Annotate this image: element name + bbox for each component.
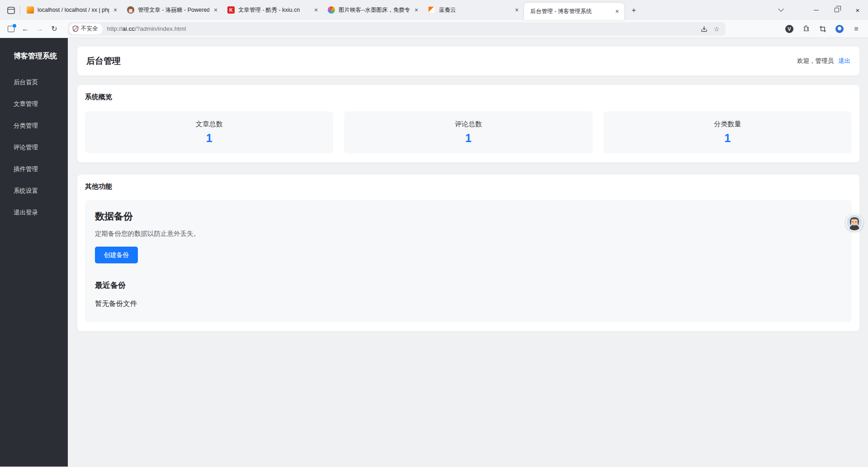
page-title: 后台管理 (86, 55, 121, 67)
reload-button[interactable]: ↻ (47, 22, 61, 36)
sidebar-nav: 后台首页 文章管理 分类管理 评论管理 插件管理 系统设置 退出登录 (0, 71, 68, 224)
bookmark-star-button[interactable]: ☆ (710, 23, 723, 35)
extensions-button[interactable] (799, 22, 813, 36)
window-restore-button[interactable] (826, 0, 847, 20)
sidebar-item-plugins[interactable]: 插件管理 (0, 158, 68, 180)
crop-icon (819, 25, 826, 33)
stat-categories: 分类数量 1 (604, 111, 852, 153)
url-text: http://ai.cc/?admin/index.html (107, 25, 698, 32)
tab-close-icon[interactable]: × (211, 5, 220, 14)
create-backup-button[interactable]: 创建备份 (95, 247, 138, 263)
blue-logo-icon (835, 25, 844, 33)
window-close-button[interactable]: × (847, 0, 868, 20)
sidebar-title: 博客管理系统 (0, 45, 68, 66)
sidebar-item-comments[interactable]: 评论管理 (0, 137, 68, 158)
minimize-icon (814, 10, 819, 10)
backup-description: 定期备份您的数据以防止意外丢失。 (95, 229, 842, 238)
stats-row: 文章总数 1 评论总数 1 分类数量 1 (85, 111, 852, 153)
tab-close-icon[interactable]: × (111, 5, 120, 14)
stat-label: 分类数量 (714, 120, 741, 129)
puzzle-icon (802, 25, 810, 33)
browser-toolbar: ← → ↻ 不安全 http://ai.cc/?admin/index.html… (0, 20, 868, 38)
stat-label: 评论总数 (455, 120, 482, 129)
browser-tab-bar: localhost / localhost / xx | php × 管理文章 … (0, 0, 868, 20)
backup-title: 数据备份 (95, 210, 842, 223)
overview-section-title: 系统概览 (85, 93, 852, 101)
stat-comments: 评论总数 1 (344, 111, 592, 153)
tab-image-host[interactable]: 图片映客--水墨图床，免费专业 × (323, 2, 424, 18)
stat-value: 1 (724, 132, 731, 145)
split-view-icon (8, 26, 14, 32)
tab-title: 后台管理 - 博客管理系统 (530, 8, 611, 15)
tab-separator (20, 6, 20, 15)
browser-extension-logo-button[interactable] (832, 22, 847, 36)
security-label: 不安全 (81, 25, 98, 33)
firefox-view-glyph (7, 7, 15, 14)
screenshot-extension-button[interactable] (816, 22, 830, 36)
tab-phpmyadmin[interactable]: localhost / localhost / xx | php × (22, 2, 123, 18)
tab-admin-active[interactable]: 后台管理 - 博客管理系统 × (524, 3, 624, 20)
list-all-tabs-button[interactable] (774, 3, 788, 17)
stat-label: 文章总数 (196, 120, 223, 129)
stat-value: 1 (465, 132, 472, 145)
tab-manage-articles[interactable]: 管理文章 - 洛丽糖 - Powered b × (123, 2, 223, 18)
url-domain: ai.cc (122, 25, 135, 32)
phpmyadmin-favicon (27, 6, 34, 14)
site-avatar-favicon (127, 6, 134, 14)
girl-avatar-icon (847, 215, 862, 230)
system-overview-card: 系统概览 文章总数 1 评论总数 1 分类数量 1 (77, 85, 859, 162)
welcome-text: 欢迎，管理员 (797, 57, 834, 65)
url-prefix: http:// (107, 25, 123, 32)
data-backup-panel: 数据备份 定期备份您的数据以防止意外丢失。 创建备份 最近备份 暂无备份文件 (85, 200, 852, 322)
page-header: 后台管理 欢迎，管理员 退出 (77, 47, 859, 76)
save-icon (701, 25, 708, 32)
sidebar-item-settings[interactable]: 系统设置 (0, 180, 68, 202)
floating-assistant-avatar[interactable] (846, 214, 863, 231)
window-minimize-button[interactable] (806, 0, 826, 20)
sidebar-item-logout[interactable]: 退出登录 (0, 202, 68, 224)
chevron-down-icon (778, 6, 784, 12)
other-functions-card: 其他功能 数据备份 定期备份您的数据以防止意外丢失。 创建备份 最近备份 暂无备… (77, 175, 859, 331)
kxiu-favicon: K (227, 6, 235, 14)
forward-button[interactable]: → (33, 22, 47, 36)
tab-title: 图片映客--水墨图床，免费专业 (339, 6, 410, 14)
v-extension-button[interactable]: V (782, 22, 797, 36)
other-section-title: 其他功能 (85, 182, 852, 191)
admin-sidebar: 博客管理系统 后台首页 文章管理 分类管理 评论管理 插件管理 系统设置 退出登… (0, 38, 68, 467)
header-user-area: 欢迎，管理员 退出 (797, 57, 850, 65)
app-menu-button[interactable]: ≡ (849, 22, 863, 36)
pinwheel-favicon (328, 6, 335, 14)
main-content: 后台管理 欢迎，管理员 退出 系统概览 文章总数 1 评论总数 1 分类数量 1 (68, 38, 868, 467)
tab-kxiu[interactable]: K 文章管理 - 酷秀 - kxiu.cn × (223, 2, 323, 18)
url-path: /?admin/index.html (135, 25, 186, 32)
v-extension-icon: V (785, 25, 793, 33)
firefox-view-icon[interactable] (5, 4, 17, 17)
sidebar-item-dashboard[interactable]: 后台首页 (0, 71, 68, 93)
back-button[interactable]: ← (18, 22, 33, 36)
empty-backup-text: 暂无备份文件 (95, 299, 842, 309)
stat-articles: 文章总数 1 (85, 111, 333, 153)
tab-title: 文章管理 - 酷秀 - kxiu.cn (238, 6, 310, 14)
new-tab-button[interactable]: + (628, 5, 640, 16)
split-view-button[interactable] (4, 22, 18, 36)
tab-title: 蓝奏云 (439, 6, 510, 14)
tab-close-icon[interactable]: × (613, 7, 622, 16)
tab-close-icon[interactable]: × (512, 5, 521, 14)
sidebar-item-categories[interactable]: 分类管理 (0, 115, 68, 137)
tab-close-icon[interactable]: × (311, 5, 321, 14)
tab-title: localhost / localhost / xx | php (38, 7, 109, 13)
tab-title: 管理文章 - 洛丽糖 - Powered b (138, 6, 209, 14)
tab-close-icon[interactable]: × (412, 5, 421, 14)
sidebar-item-articles[interactable]: 文章管理 (0, 93, 68, 115)
url-bar[interactable]: 不安全 http://ai.cc/?admin/index.html ☆ (68, 22, 726, 36)
tab-lanzou[interactable]: 蓝奏云 × (424, 2, 524, 18)
logout-link[interactable]: 退出 (838, 57, 850, 65)
shield-slash-icon (72, 25, 79, 32)
save-page-button[interactable] (698, 23, 710, 35)
recent-backup-title: 最近备份 (95, 280, 842, 291)
site-security-chip[interactable]: 不安全 (69, 24, 103, 34)
restore-icon (835, 8, 839, 12)
stat-value: 1 (206, 132, 212, 145)
lanzou-favicon (428, 6, 435, 14)
extension-icons-area: V ≡ (782, 22, 863, 36)
